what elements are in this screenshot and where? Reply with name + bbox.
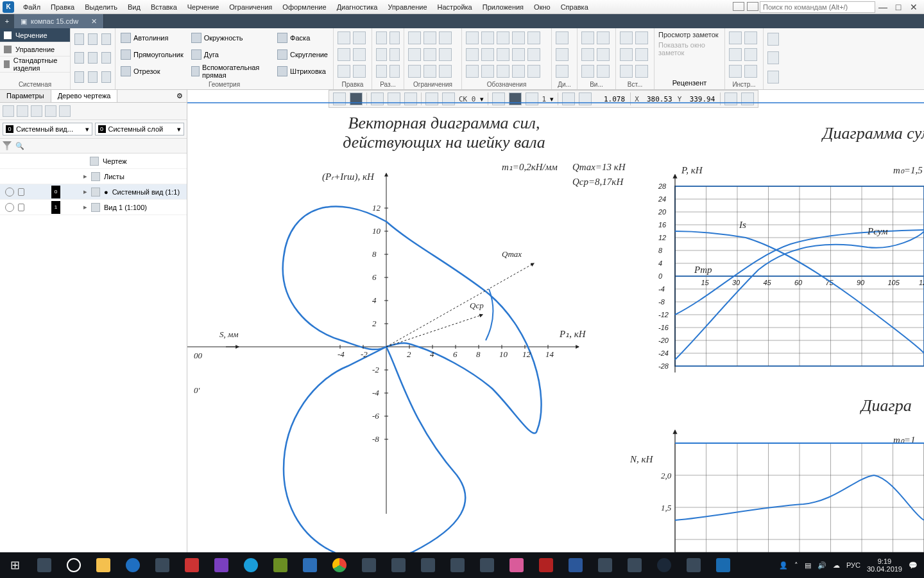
tree-system-view[interactable]: 0 ▸●Системный вид (1:1) [0,184,187,200]
maximize-button[interactable]: □ [891,2,906,12]
app-icon-14[interactable] [679,552,708,578]
menu-file[interactable]: Файл [18,2,46,12]
document-tab[interactable]: ▣ компас 15.cdw ✕ [14,14,104,28]
app-icon-3[interactable] [236,552,266,578]
g4j-icon[interactable] [527,48,540,61]
app-icon-7[interactable] [413,552,443,578]
g3f-icon[interactable] [439,48,452,61]
app-icon-8[interactable] [443,552,472,578]
g8e-icon[interactable] [729,65,742,78]
system-tray[interactable]: 👤 ˄ ▤ 🔊 ☁ РУС 9:1930.04.2019 💬 [773,557,924,573]
g4h-icon[interactable] [497,48,509,61]
g4c-icon[interactable] [497,31,509,44]
tool-hatch[interactable]: Штриховка [276,64,329,78]
g1d-icon[interactable] [353,48,366,61]
tray-notifications-icon[interactable]: 💬 [909,561,918,570]
app-icon-2[interactable] [207,552,236,578]
st4-icon[interactable] [45,105,56,117]
g2a-icon[interactable] [376,31,387,44]
g6d-icon[interactable] [597,48,610,61]
steam-icon[interactable] [649,552,679,578]
g3a-icon[interactable] [408,31,421,44]
st2-icon[interactable] [17,105,28,117]
g8c-icon[interactable] [729,48,742,61]
store-icon[interactable] [148,552,177,578]
copy-icon[interactable] [88,71,98,83]
g1a-icon[interactable] [338,31,350,44]
tray-chevron-icon[interactable]: ˄ [794,561,798,570]
g4f-icon[interactable] [466,48,479,61]
app-icon-1[interactable] [177,552,207,578]
g7c-icon[interactable] [620,48,633,61]
g3e-icon[interactable] [424,48,436,61]
menu-insert[interactable]: Вставка [146,2,182,12]
g4l-icon[interactable] [481,65,494,78]
app-icon-9[interactable] [472,552,502,578]
g8a-icon[interactable] [729,31,742,44]
g3i-icon[interactable] [439,65,452,78]
undo-icon[interactable] [101,52,111,64]
g2b-icon[interactable] [389,31,400,44]
calc-icon[interactable] [354,552,384,578]
chrome-icon[interactable] [325,552,354,578]
tool-arc[interactable]: Дуга [190,48,271,62]
close-tab-icon[interactable]: ✕ [91,17,97,26]
search-icon[interactable]: 🔍 [15,142,24,150]
close-button[interactable]: ✕ [906,2,921,12]
g9a-icon[interactable] [767,33,779,46]
command-search-input[interactable] [760,1,875,13]
g1f-icon[interactable] [353,65,366,78]
tray-net-icon[interactable]: ▤ [805,561,811,570]
app-icon-13[interactable] [620,552,649,578]
g3c-icon[interactable] [439,31,452,44]
g5b-icon[interactable] [556,48,569,61]
menu-window[interactable]: Окно [529,2,556,12]
g6e-icon[interactable] [581,65,594,78]
g2c-icon[interactable] [376,48,387,61]
tree-search-input[interactable] [28,142,184,150]
app-icon-11[interactable] [531,552,561,578]
g2d-icon[interactable] [389,48,400,61]
menu-select[interactable]: Выделить [80,2,123,12]
g2f-icon[interactable] [389,65,400,78]
tray-onedrive-icon[interactable]: ☁ [833,561,840,570]
notes-view-button[interactable]: Просмотр заметок [658,31,721,39]
st3-icon[interactable] [31,105,42,117]
g1e-icon[interactable] [338,65,350,78]
preview-icon[interactable] [88,52,98,64]
save-icon[interactable] [101,33,111,45]
g1b-icon[interactable] [353,31,366,44]
g6b-icon[interactable] [597,31,610,44]
view-combo[interactable]: 0Системный вид...▾ [3,123,92,136]
g1c-icon[interactable] [338,48,350,61]
tool-aux-line[interactable]: Вспомогательная прямая [190,64,271,78]
menu-settings[interactable]: Настройка [432,2,477,12]
new-icon[interactable] [74,33,84,45]
minimize-button[interactable]: — [875,2,891,12]
tool-circle[interactable]: Окружность [190,31,271,45]
tool-chamfer[interactable]: Фаска [276,31,329,45]
g8b-icon[interactable] [744,31,757,44]
paste-icon[interactable] [101,71,111,83]
word-icon[interactable] [561,552,590,578]
tool-segment[interactable]: Отрезок [119,64,185,78]
sidetab-tree[interactable]: Дерево чертежа [51,90,118,102]
lock-icon[interactable] [18,204,24,211]
app-icon-10[interactable] [502,552,531,578]
g4o-icon[interactable] [527,65,540,78]
visibility-icon[interactable] [5,188,14,197]
edge-icon[interactable] [118,552,148,578]
drawing-canvas[interactable]: СК 0▾ 1▾ 1.078 X380.53 Y339.94 Векторная… [187,90,924,552]
tool-rectangle[interactable]: Прямоугольник [119,48,185,62]
print-icon[interactable] [74,52,84,64]
vtab-std-parts[interactable]: Стандартные изделия [0,57,70,73]
tray-vol-icon[interactable]: 🔊 [817,561,826,570]
tray-lang[interactable]: РУС [846,561,860,569]
app-icon-12[interactable] [590,552,620,578]
tree-sheets[interactable]: ▸Листы [0,169,187,184]
menu-view[interactable]: Вид [123,2,146,12]
g3b-icon[interactable] [424,31,436,44]
menu-format[interactable]: Оформление [277,2,331,12]
new-tab-button[interactable]: + [0,17,14,25]
g4g-icon[interactable] [481,48,494,61]
